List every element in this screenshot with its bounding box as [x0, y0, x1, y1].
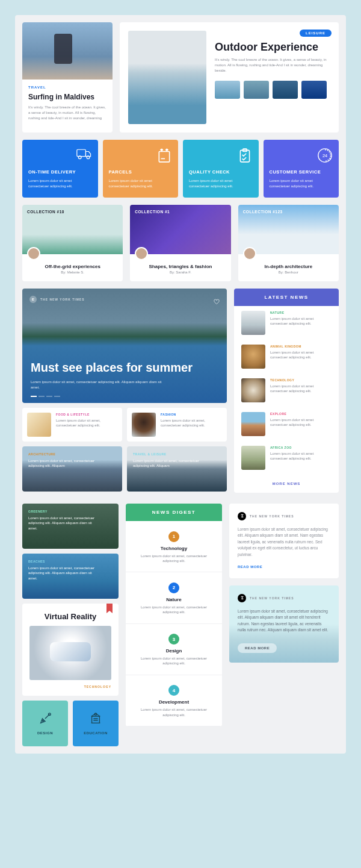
feature-card[interactable]: 24 CUSTOMER SERVICE Lorem ipsum dolor si… [264, 140, 339, 198]
news-desc: Lorem ipsum dolor sit amet consectuer ad… [270, 417, 332, 428]
news-item[interactable]: ANIMAL KINGDOM Lorem ipsum dolor sit ame… [234, 340, 339, 373]
hero-badge: E [29, 296, 37, 303]
digest-title: Technology [134, 546, 214, 551]
feature-card[interactable]: QUALITY CHECK Lorem ipsum dolor sit amet… [183, 140, 259, 198]
author-avatar[interactable] [27, 247, 40, 260]
surf-image [22, 22, 113, 80]
feature-icon [237, 148, 253, 163]
feature-desc: Lorem ipsum dolor sit amet consectetuer … [270, 178, 333, 189]
mini-card[interactable]: FOOD & LIFESTYLE Lorem ipsum dolor sit a… [22, 408, 122, 442]
news-item[interactable]: EXPLORE Lorem ipsum dolor sit amet conse… [234, 407, 339, 441]
news-header: LATEST NEWS [234, 289, 339, 306]
news-category: ANIMAL KINGDOM [270, 345, 332, 348]
nyt-card-white[interactable]: 𝕿 THE NEW YORK TIMES Lorem ipsum dolor s… [229, 504, 339, 578]
feature-desc: Lorem ipsum dolor sit amet consectetuer … [109, 178, 173, 189]
nyt-logo-icon: 𝕿 [238, 594, 246, 602]
digest-number: 2 [168, 582, 179, 593]
digest-item[interactable]: 3 Design Lorem ipsum dolor sit amet, con… [126, 624, 222, 675]
news-image [241, 446, 265, 470]
hero-card[interactable]: E THE NEW YORK TIMES Must see places for… [22, 289, 227, 403]
surf-desc: It's windy. The cool breeze of the ocean… [28, 105, 106, 121]
nyt-desc: Lorem ipsum dolor sit amet, consectetuer… [238, 608, 330, 634]
feature-card[interactable]: ON-TIME DELIVERY Lorem ipsum dolor sit a… [22, 140, 98, 198]
collection-label: COLLECTION #1 [135, 210, 170, 214]
news-item[interactable]: NATURE Lorem ipsum dolor sit amet consec… [234, 306, 339, 340]
digest-item[interactable]: 4 Development Lorem ipsum dolor sit amet… [126, 675, 222, 726]
feature-title: QUALITY CHECK [189, 169, 253, 175]
slider-dots[interactable] [31, 396, 60, 397]
news-category: EXPLORE [270, 412, 332, 416]
digest-number: 1 [168, 531, 179, 542]
svg-rect-3 [159, 152, 169, 162]
news-item[interactable]: AFRICA ZOO Lorem ipsum dolor sit amet co… [234, 441, 339, 475]
vr-category: TECHNOLOGY [29, 685, 111, 688]
outdoor-desc: It's windy. The cool breeze of the ocean… [215, 57, 330, 73]
surf-card[interactable]: TRAVEL Surfing in Maldives It's windy. T… [22, 22, 113, 133]
feature-title: CUSTOMER SERVICE [270, 169, 333, 175]
news-image [241, 412, 265, 436]
collection-card[interactable]: COLLECTION #10 Off-the-grid experiences … [22, 205, 123, 281]
greenery-card[interactable]: GREENERY Lorem ipsum dolor sit amet, con… [22, 504, 119, 549]
card-category: BEACHES [28, 560, 113, 563]
news-image [241, 311, 265, 335]
collection-label: COLLECTION #10 [27, 210, 64, 214]
thumb[interactable] [301, 81, 327, 99]
digest-title: Nature [134, 597, 214, 602]
mini-category: FASHION [161, 413, 222, 416]
digest-desc: Lorem ipsum dolor sit amet, consectetuer… [134, 707, 214, 717]
thumb[interactable] [244, 81, 269, 99]
vr-card[interactable]: Virtual Reality TECHNOLOGY [22, 604, 119, 696]
author-avatar[interactable] [243, 247, 256, 260]
digest-title: Design [134, 648, 214, 654]
photo-card[interactable]: TRAVEL & LEISURE Lorem ipsum dolor sit a… [127, 446, 227, 492]
read-more-button[interactable]: READ MORE [238, 643, 277, 653]
collection-title: In-depth architecture [244, 264, 333, 269]
hero-title: Must see places for summer [31, 361, 193, 374]
news-item[interactable]: TECHNOLOGY Lorem ipsum dolor sit amet co… [234, 373, 339, 407]
outdoor-tag[interactable]: LEISURE [300, 30, 332, 37]
collection-card[interactable]: COLLECTION #123 In-depth architecture By… [238, 205, 339, 281]
feature-icon [156, 148, 172, 163]
mini-image [132, 413, 156, 437]
icon-tile[interactable]: DESIGN [22, 701, 68, 746]
card-desc: Lorem ipsum dolor sit amet, consectetuer… [28, 516, 100, 531]
feature-desc: Lorem ipsum dolor sit amet consectetuer … [189, 178, 253, 189]
news-image [241, 345, 265, 369]
more-news-link[interactable]: MORE NEWS [234, 475, 339, 493]
news-desc: Lorem ipsum dolor sit amet consectuer ad… [270, 316, 332, 326]
outdoor-card[interactable]: LEISURE Outdoor Experience It's windy. T… [120, 22, 339, 133]
collection-author: By: Saraha F. [136, 270, 224, 274]
icon-tile[interactable]: EDUCATION [73, 701, 119, 746]
hero-desc: Lorem ipsum dolor sit amet, consectetuer… [31, 379, 163, 390]
card-category: GREENERY [28, 510, 113, 513]
digest-title: Development [134, 699, 214, 705]
thumb[interactable] [273, 81, 298, 99]
nyt-card-image[interactable]: 𝕿 THE NEW YORK TIMES Lorem ipsum dolor s… [229, 585, 339, 663]
mini-desc: Lorem ipsum dolor sit amet, consectetuer… [56, 418, 117, 428]
mini-card[interactable]: FASHION Lorem ipsum dolor sit amet, cons… [127, 408, 227, 442]
digest-desc: Lorem ipsum dolor sit amet, consectetuer… [134, 554, 214, 564]
digest-number: 3 [168, 634, 179, 645]
beaches-card[interactable]: BEACHES Lorem ipsum dolor sit amet, cons… [22, 554, 119, 599]
collection-title: Shapes, triangles & fashion [136, 264, 224, 269]
mini-desc: Lorem ipsum dolor sit amet, consectetuer… [161, 418, 222, 428]
news-digest-card: NEWS DIGEST 1 Technology Lorem ipsum dol… [126, 504, 222, 726]
digest-item[interactable]: 2 Nature Lorem ipsum dolor sit amet, con… [126, 572, 222, 623]
feature-card[interactable]: PARCELS Lorem ipsum dolor sit amet conse… [103, 140, 179, 198]
feature-title: PARCELS [109, 169, 173, 175]
collection-image: COLLECTION #1 [130, 205, 230, 254]
mini-category: FOOD & LIFESTYLE [56, 413, 117, 416]
news-desc: Lorem ipsum dolor sit amet consectuer ad… [270, 350, 332, 360]
photo-card[interactable]: ARCHITECTURE Lorem ipsum dolor sit amet,… [22, 446, 122, 492]
read-more-link[interactable]: READ MORE [238, 565, 330, 569]
digest-item[interactable]: 1 Technology Lorem ipsum dolor sit amet,… [126, 521, 222, 572]
thumb[interactable] [215, 81, 240, 99]
design-icon [39, 712, 52, 728]
heart-icon[interactable] [214, 296, 220, 302]
icon-tile-label: EDUCATION [84, 731, 108, 735]
collection-card[interactable]: COLLECTION #1 Shapes, triangles & fashio… [130, 205, 230, 281]
collection-image: COLLECTION #123 [238, 205, 339, 254]
surf-title: Surfing in Maldives [28, 93, 106, 101]
collection-image: COLLECTION #10 [22, 205, 123, 254]
news-category: NATURE [270, 311, 332, 314]
